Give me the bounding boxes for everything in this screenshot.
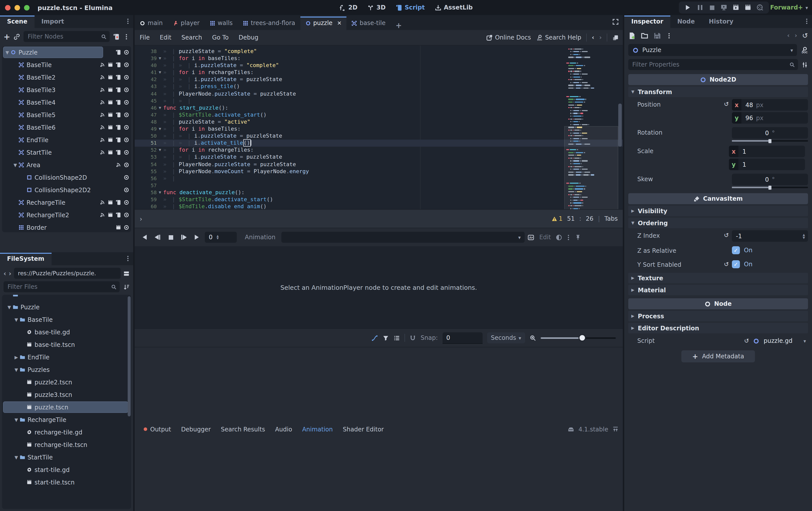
scene-tab-base-tile[interactable]: base-tile [347,17,390,30]
movie-badge-icon[interactable] [108,74,113,80]
nav-back-icon[interactable]: ‹ [3,270,6,277]
section-editor-description[interactable]: ▶Editor Description [628,323,808,333]
renderer-select[interactable]: Forward+ ▾ [770,4,808,11]
search-help-button[interactable]: DOC Search Help [536,34,581,41]
resource-menu-icon[interactable] [666,32,672,39]
code-line-46[interactable]: 46▼func start_puzzle(): [135,104,623,112]
anim-stop-button[interactable] [166,233,176,242]
tab-import[interactable]: Import [34,16,71,28]
fs-item-endtile[interactable]: ▶EndTile [2,351,131,363]
code-line-47[interactable]: 47»|$StartTile.activate_start() [135,112,623,119]
code-line-42[interactable]: 42»|»|i.puzzleState = puzzleState [135,76,623,83]
fs-item-puzzle[interactable]: ▼Puzzle [2,301,131,313]
bottom-panel-shader-editor[interactable]: Shader Editor [338,426,389,433]
revert-icon[interactable]: ↺ [744,337,749,344]
y-sort-checkbox[interactable]: ✓ [732,260,740,268]
scene-tree-menu-icon[interactable] [123,33,130,40]
code-line-49[interactable]: 49▼»|for i in baseTiles: [135,126,623,132]
scene-node-basetile3[interactable]: BaseTile3 [2,84,131,96]
filter-nodes-input[interactable] [27,33,101,40]
movie-badge-icon[interactable] [108,125,113,130]
code-line-41[interactable]: 41▼»|for i in rechargeTiles: [135,69,623,76]
rotation-slider[interactable] [732,140,808,142]
fold-icon[interactable]: ▼ [157,55,163,62]
scene-node-collisionshape2d2[interactable]: CollisionShape2D2 [2,184,131,196]
new-resource-icon[interactable] [628,32,636,39]
scene-node-basetile[interactable]: BaseTile [2,59,131,71]
close-tab-icon[interactable]: ✕ [337,20,341,26]
pause-button[interactable] [695,3,705,12]
menu-file[interactable]: File [135,34,155,41]
z-index-input[interactable]: -1 ▲▼ [732,230,808,242]
track-list-icon[interactable] [394,335,400,341]
code-line-44[interactable]: 44»|PlayerNode.puzzleState = puzzleState [135,90,623,97]
code-line-39[interactable]: 39▼»|for i in baseTiles: [135,55,623,62]
inspector-history-icon[interactable]: ↺ [802,32,808,39]
code-line-48[interactable]: 48»|puzzleState = "active" [135,119,623,126]
pin-panel-icon[interactable] [575,234,581,240]
stop-button[interactable] [707,3,717,12]
code-line-53[interactable]: 53»|»|i.puzzleState = puzzleState [135,154,623,161]
eye-badge-icon[interactable] [124,74,129,80]
eye-badge-icon[interactable] [124,50,129,55]
snap-value-input[interactable]: 0 [442,332,482,343]
tree-expander-icon[interactable]: ▼ [6,305,12,309]
snap-unit-select[interactable]: Seconds▾ [487,332,525,343]
scene-tab-walls[interactable]: walls [204,17,237,30]
fs-item-recharge-tile.tscn[interactable]: recharge-tile.tscn [2,439,131,451]
onion-skinning-icon[interactable] [556,234,562,240]
scene-dock-menu-icon[interactable] [125,18,131,25]
signal-badge-icon[interactable] [99,212,105,218]
tree-expander-icon[interactable]: ▼ [4,50,10,55]
fs-item-partial[interactable] [2,295,131,301]
scene-tab-main[interactable]: main [135,17,168,30]
eye-badge-icon[interactable] [124,87,129,93]
scene-node-puzzle[interactable]: ▼Puzzle [2,46,131,59]
anim-play-button[interactable] [192,233,202,242]
scene-node-endtile[interactable]: EndTile [2,133,131,146]
fs-item-starttile[interactable]: ▼StartTile [2,451,131,463]
fs-item-puzzle.tscn[interactable]: puzzle.tscn [2,401,131,413]
filter-properties-input[interactable] [631,61,789,68]
scale-x-input[interactable]: x1 [729,146,805,157]
edited-object-select[interactable]: Puzzle ▾ [628,44,797,56]
remote-play-button[interactable] [719,3,729,12]
movie-badge-icon[interactable] [108,112,113,118]
tree-expander-icon[interactable]: ▼ [13,367,20,372]
script-badge-icon[interactable] [116,125,121,130]
signal-badge-icon[interactable] [99,137,105,143]
movie-badge-icon[interactable] [116,225,121,230]
bezier-curves-icon[interactable] [372,335,378,341]
fold-icon[interactable]: ▼ [157,69,163,76]
section-visibility[interactable]: ▶Visibility [628,206,808,216]
eye-badge-icon[interactable] [124,137,129,143]
mode-3d[interactable]: 3D [368,4,386,11]
code-scrollbar[interactable] [618,48,622,207]
scene-node-starttile[interactable]: StartTile [2,146,131,159]
filter-files-input[interactable] [6,283,111,291]
play-scene-button[interactable] [731,3,741,12]
eye-badge-icon[interactable] [124,212,129,218]
code-line-43[interactable]: 43»|»|i.press_tile() [135,83,623,90]
scene-node-rechargetile2[interactable]: RechargeTile2 [2,209,131,221]
fs-item-rechargetile[interactable]: ▼RechargeTile [2,413,131,426]
code-line-52[interactable]: 52▼»|for i in rechargeTiles: [135,147,623,154]
code-line-54[interactable]: 54»|PlayerNode.puzzleState = puzzleState [135,161,623,168]
scene-node-border[interactable]: Border [2,221,131,232]
instance-scene-button[interactable] [14,33,20,40]
fs-item-base-tile.tscn[interactable]: base-tile.tscn [2,338,131,351]
nav-forward-icon[interactable]: › [9,270,11,277]
fs-item-start-tile.tscn[interactable]: start-tile.tscn [2,476,131,488]
position-x-input[interactable]: x48 px [732,99,808,111]
add-metadata-button[interactable]: + Add Metadata [681,350,755,362]
filesystem-path-input[interactable] [14,268,121,279]
anim-play-backwards-from-end-button[interactable] [140,233,150,242]
anim-time-spinbox[interactable]: 0 ▲▼ [205,232,237,243]
eye-badge-icon[interactable] [124,62,129,67]
signal-badge-icon[interactable] [99,150,105,155]
scene-node-area[interactable]: ▼Area [2,159,131,171]
bottom-panel-animation[interactable]: Animation [297,426,338,433]
revert-icon[interactable]: ↺ [724,230,732,239]
code-line-40[interactable]: 40»|»|i.puzzleState = "complete" [135,62,623,69]
z-relative-checkbox[interactable]: ✓ [732,246,740,254]
